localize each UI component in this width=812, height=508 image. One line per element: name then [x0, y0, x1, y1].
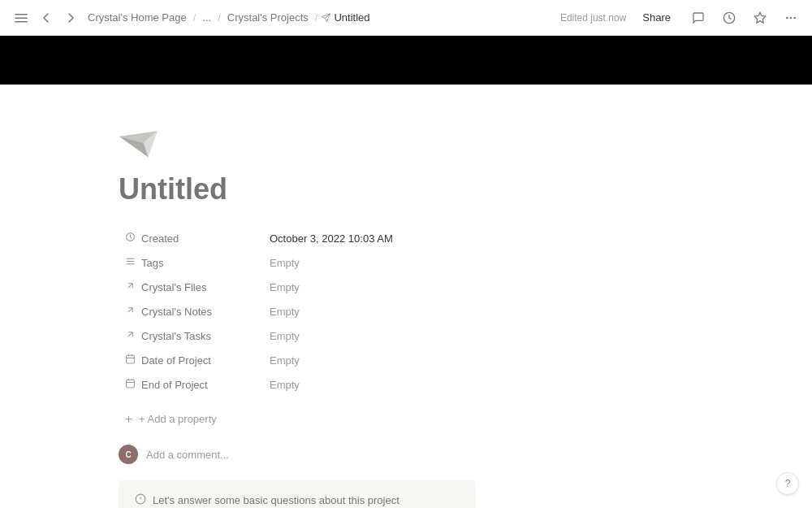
- forward-icon: [65, 12, 76, 24]
- user-avatar: C: [119, 445, 138, 464]
- template-header: Let's answer some basic questions about …: [135, 493, 460, 507]
- svg-rect-20: [126, 380, 134, 388]
- property-label-text-date-of-project: Date of Project: [141, 354, 211, 367]
- current-page-icon: [321, 13, 330, 23]
- share-button[interactable]: Share: [634, 8, 679, 27]
- property-value-crystals-tasks[interactable]: Empty: [265, 328, 330, 345]
- calendar-svg-1: [125, 354, 136, 364]
- svg-rect-0: [15, 14, 28, 15]
- template-box: Let's answer some basic questions about …: [119, 480, 476, 508]
- add-property-button[interactable]: + Add a property: [119, 410, 222, 428]
- property-label-tags[interactable]: Tags: [119, 254, 265, 271]
- property-label-crystals-tasks[interactable]: Crystal's Tasks: [119, 327, 265, 345]
- property-value-tags[interactable]: Empty: [265, 254, 330, 271]
- property-label-text-crystals-tasks: Crystal's Tasks: [141, 330, 211, 342]
- add-property-label: + Add a property: [139, 413, 217, 425]
- calendar-icon-2: [123, 378, 136, 391]
- breadcrumb-projects[interactable]: Crystal's Projects: [224, 10, 312, 25]
- property-row-crystals-tasks: Crystal's Tasks Empty: [119, 323, 693, 348]
- tags-icon: [123, 256, 136, 269]
- property-value-created[interactable]: October 3, 2022 10:03 AM: [265, 230, 398, 247]
- breadcrumb-sep-3: /: [315, 11, 318, 24]
- property-label-crystals-files[interactable]: Crystal's Files: [119, 278, 265, 296]
- breadcrumb: Crystal's Home Page / ... / Crystal's Pr…: [84, 10, 370, 25]
- arrow-icon-3: [125, 329, 136, 340]
- relation-icon-tasks: [123, 329, 136, 342]
- property-row-tags: Tags Empty: [119, 250, 693, 275]
- svg-point-7: [793, 16, 796, 19]
- property-label-text-crystals-notes: Crystal's Notes: [141, 306, 212, 318]
- relation-icon-notes: [123, 305, 136, 318]
- property-row-end-of-project: End of Project Empty: [119, 372, 693, 397]
- page-icon[interactable]: [119, 117, 167, 166]
- forward-button[interactable]: [60, 9, 81, 27]
- info-circle-icon: [135, 493, 146, 505]
- breadcrumb-ellipsis[interactable]: ...: [199, 10, 214, 25]
- property-label-text-crystals-files: Crystal's Files: [141, 281, 207, 293]
- svg-rect-1: [15, 17, 28, 19]
- more-button[interactable]: [780, 8, 802, 28]
- paper-plane-icon: [119, 117, 167, 166]
- svg-rect-16: [126, 355, 134, 363]
- star-icon: [754, 11, 767, 24]
- help-label: ?: [785, 478, 791, 489]
- comment-button[interactable]: [687, 8, 710, 28]
- property-label-text-end-of-project: End of Project: [141, 379, 208, 391]
- menu-icon: [15, 11, 28, 24]
- breadcrumb-home[interactable]: Crystal's Home Page: [84, 10, 190, 25]
- breadcrumb-sep-2: /: [218, 11, 221, 24]
- page-content: Created October 3, 2022 10:03 AM Tags Em…: [41, 117, 771, 508]
- calendar-svg-2: [125, 378, 136, 389]
- nav-left: Crystal's Home Page / ... / Crystal's Pr…: [10, 8, 370, 28]
- back-button[interactable]: [36, 9, 57, 27]
- arrow-icon: [125, 280, 136, 291]
- history-icon: [723, 11, 736, 24]
- circle-icon: [125, 232, 136, 242]
- properties-section: Created October 3, 2022 10:03 AM Tags Em…: [119, 226, 693, 397]
- relation-icon-files: [123, 280, 136, 293]
- help-button[interactable]: ?: [776, 472, 799, 495]
- top-navigation: Crystal's Home Page / ... / Crystal's Pr…: [0, 0, 812, 36]
- property-row-created: Created October 3, 2022 10:03 AM: [119, 226, 693, 250]
- property-row-crystals-notes: Crystal's Notes Empty: [119, 299, 693, 323]
- list-icon: [125, 256, 136, 267]
- property-row-crystals-files: Crystal's Files Empty: [119, 275, 693, 299]
- property-value-date-of-project[interactable]: Empty: [265, 352, 330, 369]
- back-icon: [41, 12, 52, 24]
- property-label-end-of-project[interactable]: End of Project: [119, 376, 265, 393]
- svg-rect-2: [15, 21, 28, 23]
- more-icon: [784, 11, 797, 24]
- property-value-crystals-files[interactable]: Empty: [265, 279, 330, 296]
- comment-icon: [692, 11, 705, 24]
- property-value-end-of-project[interactable]: Empty: [265, 376, 330, 393]
- page-icon-area[interactable]: [119, 117, 693, 166]
- plus-icon: [123, 414, 134, 424]
- avatar-initials: C: [125, 450, 131, 459]
- svg-marker-4: [754, 12, 765, 23]
- page-title-input[interactable]: [119, 172, 693, 206]
- property-label-text-tags: Tags: [141, 257, 163, 269]
- arrow-icon-2: [125, 305, 136, 315]
- menu-button[interactable]: [10, 8, 32, 28]
- property-label-created[interactable]: Created: [119, 229, 265, 247]
- svg-point-6: [790, 16, 793, 19]
- template-header-text: Let's answer some basic questions about …: [153, 494, 400, 506]
- created-icon: [123, 232, 136, 245]
- property-row-date-of-project: Date of Project Empty: [119, 348, 693, 372]
- property-label-crystals-notes[interactable]: Crystal's Notes: [119, 302, 265, 320]
- lightbulb-icon: [135, 493, 146, 507]
- nav-right: Edited just now Share: [560, 8, 802, 28]
- history-button[interactable]: [718, 8, 741, 28]
- property-value-crystals-notes[interactable]: Empty: [265, 303, 330, 320]
- svg-point-5: [786, 16, 788, 19]
- edited-label: Edited just now: [560, 12, 626, 24]
- property-label-date-of-project[interactable]: Date of Project: [119, 351, 265, 369]
- property-label-text-created: Created: [141, 232, 179, 245]
- favorite-button[interactable]: [749, 8, 771, 28]
- page-banner: [0, 36, 812, 85]
- comment-area: C Add a comment...: [119, 441, 693, 467]
- calendar-icon-1: [123, 354, 136, 367]
- breadcrumb-sep-1: /: [193, 11, 197, 24]
- comment-input[interactable]: Add a comment...: [146, 449, 229, 461]
- breadcrumb-current-page: Untitled: [321, 11, 369, 24]
